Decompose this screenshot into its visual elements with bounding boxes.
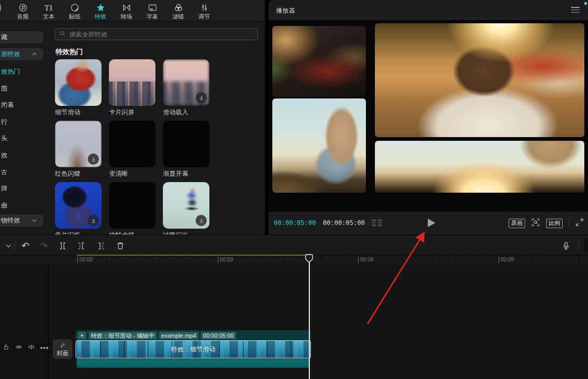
visibility-eye-icon[interactable] <box>15 343 23 353</box>
sidebar-group-screen-effects[interactable]: 面特效 <box>0 48 43 60</box>
timeline-toolbar: ↶ ↷ <box>0 235 588 255</box>
sidebar-category-item[interactable]: 曲 <box>1 202 7 209</box>
sidebar-item-collection[interactable]: 藏 <box>0 31 43 43</box>
ruler-tick <box>545 257 546 259</box>
effect-label: 过曝闪光 <box>163 231 209 234</box>
ruler-tick <box>514 257 514 259</box>
collage-tile-top-left <box>272 26 366 97</box>
trim-right-icon[interactable] <box>95 239 107 252</box>
effect-card[interactable]: 细节滑动 <box>55 59 102 118</box>
ruler-tick <box>483 257 483 259</box>
ruler-tick <box>561 257 562 259</box>
redo-icon[interactable]: ↷ <box>38 239 50 252</box>
effects-grid: 细节滑动卡片闪屏滑动载入红色闪耀变清晰渐显开幕负片闪烁抽帧卡顿过曝闪光 <box>55 59 209 234</box>
toolbar-tab-sticker[interactable]: 贴纸 <box>63 2 86 20</box>
pencil-icon <box>60 342 66 349</box>
effect-card[interactable]: 抽帧卡顿 <box>109 182 155 234</box>
effect-thumbnail <box>163 182 209 229</box>
timeline-ruler[interactable]: 00:0000:0300:0600:09 <box>0 255 588 265</box>
sidebar-category-item[interactable]: 闭幕 <box>1 101 14 109</box>
sidebar-group-label: 面特效 <box>1 50 20 59</box>
record-voice-icon[interactable] <box>559 239 572 252</box>
section-title: 特效热门 <box>56 47 83 57</box>
aspect-ratio-button[interactable]: 比例 <box>546 219 563 228</box>
sidebar-group-figure-effects[interactable]: 物特效 <box>0 214 43 227</box>
lock-icon[interactable] <box>2 343 10 353</box>
undo-icon[interactable]: ↶ <box>19 239 32 252</box>
video-clip[interactable]: 特效：细节滑动 <box>76 340 311 358</box>
split-icon[interactable] <box>56 239 69 252</box>
menu-icon[interactable] <box>571 7 580 14</box>
fullscreen-icon[interactable] <box>575 218 584 229</box>
transition-icon <box>122 2 132 13</box>
thumbnail-art-city-skyline <box>109 59 155 106</box>
chevron-up-icon <box>32 53 36 57</box>
toolbar-tab-label: 滤镜 <box>172 13 184 20</box>
effect-label: 滑动载入 <box>163 108 209 116</box>
effect-label: 红色闪耀 <box>55 169 102 178</box>
download-icon[interactable] <box>196 92 207 103</box>
playhead-line[interactable] <box>309 254 310 379</box>
more-options-icon[interactable]: ••• <box>40 344 49 352</box>
effect-card[interactable]: 卡片闪屏 <box>109 59 155 118</box>
toolbar-tab-transition[interactable]: 转场 <box>115 2 138 20</box>
sidebar-group-label: 物特效 <box>1 216 20 225</box>
ruler-tick <box>93 257 94 259</box>
toolbar-tab-captions[interactable]: 字幕 <box>141 2 164 20</box>
ruler-time-label: 00:06 <box>358 257 373 263</box>
sidebar-category-item[interactable]: 效 <box>1 151 7 159</box>
sidebar-category-item[interactable]: 效热门 <box>1 68 20 75</box>
download-icon[interactable] <box>196 215 207 226</box>
ruler-tick <box>530 257 530 259</box>
thumbnail-art-black <box>163 121 209 167</box>
effect-card[interactable]: 变清晰 <box>109 121 155 179</box>
toolbar-tab-effects-star[interactable]: 特效 <box>89 2 112 20</box>
effect-card[interactable]: 渐显开幕 <box>163 121 209 179</box>
track-options-chevron[interactable] <box>2 239 15 252</box>
ruler-tick <box>108 257 109 259</box>
search-input[interactable] <box>69 31 253 38</box>
effects-search[interactable] <box>54 28 258 40</box>
play-button[interactable] <box>426 218 436 228</box>
effect-card[interactable]: 负片闪烁 <box>55 182 102 234</box>
collage-tile-bottom-left <box>272 98 366 193</box>
original-quality-button[interactable]: 原画 <box>509 219 525 228</box>
toolbar-tab-adjust[interactable]: 调节 <box>192 2 216 20</box>
effect-card[interactable]: 红色闪耀 <box>55 121 102 179</box>
ruler-tick <box>264 257 265 259</box>
sidebar-category-item[interactable]: 古 <box>1 168 7 176</box>
ruler-tick <box>202 257 203 259</box>
trim-left-icon[interactable] <box>75 239 87 252</box>
adjust-icon <box>199 2 209 13</box>
toolbar-tab-audio[interactable]: 音频 <box>11 2 34 20</box>
thumbnail-art-black <box>109 121 155 167</box>
toolbar-tab-label: 特效 <box>95 13 106 20</box>
effect-card[interactable]: 过曝闪光 <box>163 182 209 234</box>
captions-icon <box>148 2 158 13</box>
toolbar-tab-text[interactable]: TI文本 <box>37 2 60 20</box>
search-icon <box>59 30 66 39</box>
effect-track-bar[interactable] <box>77 359 309 368</box>
delete-icon[interactable] <box>114 239 126 252</box>
cover-button[interactable]: 封面 <box>53 339 72 359</box>
effects-panel: 特效热门 细节滑动卡片闪屏滑动载入红色闪耀变清晰渐显开幕负片闪烁抽帧卡顿过曝闪光 <box>47 22 265 234</box>
playhead-handle[interactable] <box>305 254 313 265</box>
effect-thumbnail <box>55 121 102 167</box>
download-icon[interactable] <box>88 154 99 165</box>
sidebar-category-item[interactable]: 行 <box>1 118 7 125</box>
focus-zoom-icon[interactable] <box>531 218 540 229</box>
total-time: 00:00:05:00 <box>323 219 364 227</box>
sidebar-category-item[interactable]: 牌 <box>1 185 7 192</box>
ruler-tick <box>452 257 452 259</box>
download-icon[interactable] <box>88 215 99 226</box>
mute-speaker-icon[interactable] <box>27 343 35 353</box>
effect-label: 渐显开幕 <box>163 169 209 178</box>
sidebar-category-item[interactable]: 围 <box>1 85 7 92</box>
toolbar-tab-filter[interactable]: 滤镜 <box>167 2 190 20</box>
effect-card[interactable]: 滑动载入 <box>163 59 209 118</box>
sidebar-category-item[interactable]: 头 <box>1 134 7 142</box>
effect-status-badge: 特效：细节滑动 - 编辑中 <box>89 332 157 339</box>
ruler-tick <box>343 257 343 259</box>
toolbar-tab-media[interactable]: 体 <box>0 2 8 20</box>
preview-quality-grid-icon[interactable] <box>372 220 382 226</box>
